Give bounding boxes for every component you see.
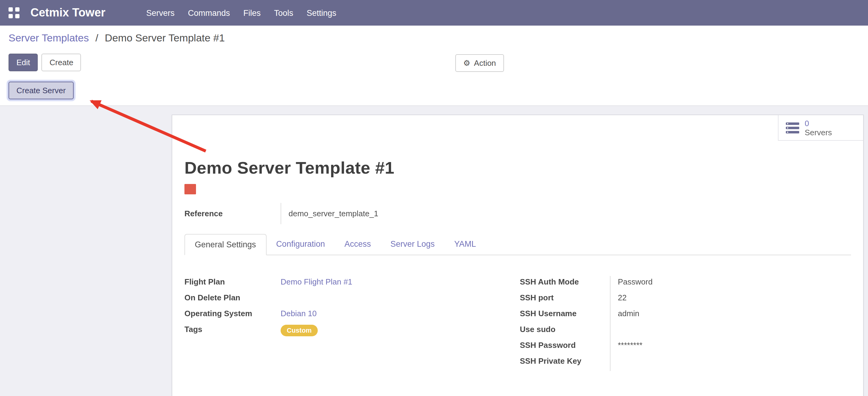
create-server-button[interactable]: Create Server [8,82,74,99]
nav-item-files[interactable]: Files [237,2,267,24]
tab-yaml[interactable]: YAML [444,234,486,255]
color-swatch [184,184,196,194]
field-ssh-private-key: SSH Private Key [520,355,851,371]
field-ssh-password: SSH Password ******** [520,339,851,355]
tab-configuration[interactable]: Configuration [266,234,335,255]
tab-access[interactable]: Access [335,234,381,255]
on-delete-plan-value [281,292,520,308]
field-operating-system: Operating System Debian 10 [184,308,520,323]
edit-button[interactable]: Edit [8,54,38,71]
breadcrumb-parent-link[interactable]: Server Templates [8,32,89,44]
stat-text: 0 Servers [805,118,832,137]
use-sudo-value [610,323,851,339]
ssh-auth-mode-value: Password [610,276,851,292]
server-stack-icon [786,122,799,133]
action-button[interactable]: ⚙ Action [455,54,504,72]
ssh-port-label: SSH port [520,292,610,302]
app-window: Cetmix Tower Servers Commands Files Tool… [0,0,868,396]
smart-button-row: Create Server [8,82,860,99]
operating-system-label: Operating System [184,308,281,318]
operating-system-value-link[interactable]: Debian 10 [281,309,317,318]
gear-icon: ⚙ [463,59,470,67]
brand-title[interactable]: Cetmix Tower [30,6,105,20]
field-ssh-port: SSH port 22 [520,292,851,308]
field-on-delete-plan: On Delete Plan [184,292,520,308]
field-use-sudo: Use sudo [520,323,851,339]
button-row: Edit Create [8,54,860,71]
fields-column-right: SSH Auth Mode Password SSH port 22 SSH U… [520,276,851,371]
flight-plan-label: Flight Plan [184,276,281,286]
apps-grid-icon[interactable] [8,7,20,18]
record-title: Demo Server Template #1 [184,158,851,178]
ssh-username-label: SSH Username [520,308,610,318]
nav-item-servers[interactable]: Servers [140,2,181,24]
nav-item-tools[interactable]: Tools [268,2,300,24]
tab-server-logs[interactable]: Server Logs [381,234,445,255]
servers-stat-button[interactable]: 0 Servers [778,115,863,141]
tags-label: Tags [184,323,281,334]
form-sheet: 0 Servers Demo Server Template #1 Refere… [172,115,864,396]
field-tags: Tags Custom [184,323,520,339]
use-sudo-label: Use sudo [520,323,610,334]
nav-item-settings[interactable]: Settings [300,2,343,24]
flight-plan-value-link[interactable]: Demo Flight Plan #1 [281,277,352,286]
field-ssh-username: SSH Username admin [520,308,851,323]
ssh-username-value: admin [610,308,851,323]
on-delete-plan-label: On Delete Plan [184,292,281,302]
tag-badge-custom: Custom [281,325,318,336]
action-menu-wrap: ⚙ Action [455,54,504,72]
ssh-password-label: SSH Password [520,339,610,350]
action-button-label: Action [474,58,496,67]
nav-item-commands[interactable]: Commands [181,2,237,24]
ssh-port-value: 22 [610,292,851,308]
sheet-body: Demo Server Template #1 Reference demo_s… [172,158,863,389]
breadcrumb-current: Demo Server Template #1 [105,32,225,44]
tab-general-settings[interactable]: General Settings [184,234,266,255]
ssh-password-value: ******** [610,339,851,355]
notebook-tabs: General Settings Configuration Access Se… [184,234,851,255]
breadcrumb-separator: / [92,32,102,44]
servers-count: 0 [805,118,832,128]
control-panel: Server Templates / Demo Server Template … [0,26,868,106]
reference-label: Reference [184,209,281,218]
field-flight-plan: Flight Plan Demo Flight Plan #1 [184,276,520,292]
field-ssh-auth-mode: SSH Auth Mode Password [520,276,851,292]
fields-column-left: Flight Plan Demo Flight Plan #1 On Delet… [184,276,520,371]
ssh-private-key-label: SSH Private Key [520,355,610,366]
servers-count-label: Servers [805,128,832,137]
top-navbar: Cetmix Tower Servers Commands Files Tool… [0,0,868,26]
main-content: 0 Servers Demo Server Template #1 Refere… [0,115,868,396]
ssh-private-key-value [610,355,851,371]
breadcrumb: Server Templates / Demo Server Template … [8,30,860,46]
ssh-auth-mode-label: SSH Auth Mode [520,276,610,286]
reference-value: demo_server_template_1 [281,203,385,224]
reference-field-row: Reference demo_server_template_1 [184,203,851,224]
tab-content-general-settings: Flight Plan Demo Flight Plan #1 On Delet… [184,255,851,371]
create-button[interactable]: Create [42,54,81,71]
